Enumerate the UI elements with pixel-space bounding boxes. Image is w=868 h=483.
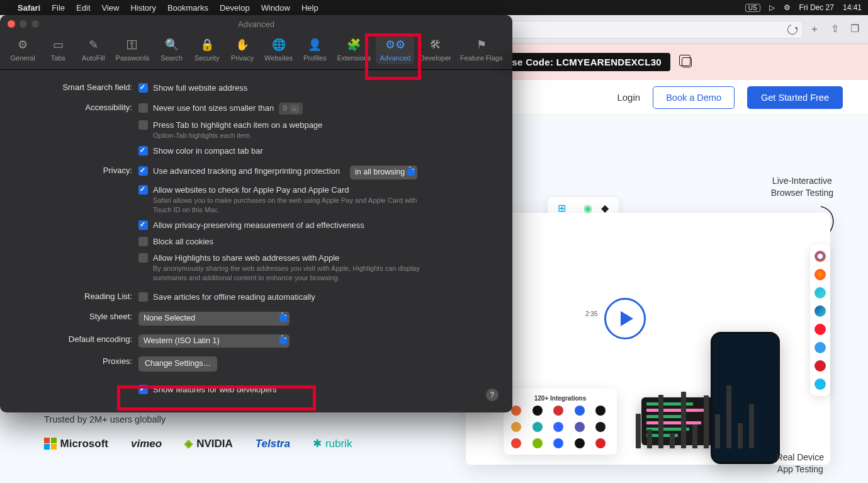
promo-code-pill: Use Code: LCMYEARENDEXCL30 xyxy=(496,53,670,71)
tabs-icon: ▭ xyxy=(53,38,64,52)
gears-icon: ⚙⚙ xyxy=(385,38,405,52)
person-icon: 👤 xyxy=(308,38,322,52)
menu-help[interactable]: Help xyxy=(302,3,318,13)
lock-icon: 🔒 xyxy=(200,38,214,52)
prefs-title: Advanced xyxy=(238,20,274,29)
change-settings-button[interactable]: Change Settings… xyxy=(138,356,217,372)
tab-websites[interactable]: 🌐Websites xyxy=(261,35,296,64)
opt-highlights-share: Allow Highlights to share web addresses … xyxy=(153,253,424,264)
checkbox-web-dev[interactable] xyxy=(138,385,148,394)
key-icon: ⚿ xyxy=(127,38,138,52)
firefox-icon xyxy=(814,269,826,280)
checkbox-offline-reading[interactable] xyxy=(138,292,148,302)
label-smart-search: Smart Search field: xyxy=(21,82,138,94)
logo-rubrik: ✱rubrik xyxy=(313,437,352,450)
select-tracking-scope[interactable]: in all browsing xyxy=(350,166,417,179)
input-source-indicator[interactable]: US xyxy=(745,4,760,12)
menu-file[interactable]: File xyxy=(52,3,65,13)
tab-autofill[interactable]: ✎AutoFill xyxy=(76,35,110,64)
battery-icon[interactable]: ▷ xyxy=(769,3,775,12)
prefs-body: Smart Search field: Show full website ad… xyxy=(0,70,512,412)
opt-compact-color: Show color in compact tab bar xyxy=(153,145,263,157)
menubar-time[interactable]: 14:41 xyxy=(843,3,862,12)
flag-icon: ⚑ xyxy=(476,38,487,52)
menu-develop[interactable]: Develop xyxy=(220,3,250,13)
menu-history[interactable]: History xyxy=(130,3,155,13)
control-center-icon[interactable]: ⚙ xyxy=(784,3,791,12)
mac-menubar: Safari File Edit View History Bookmarks … xyxy=(0,0,868,15)
tab-general[interactable]: ⚙General xyxy=(6,35,40,64)
sub-tab-highlight: Option-Tab highlights each item. xyxy=(153,131,322,140)
checkbox-compact-color[interactable] xyxy=(138,146,148,156)
menu-edit[interactable]: Edit xyxy=(76,3,90,13)
menu-bookmarks[interactable]: Bookmarks xyxy=(167,3,208,13)
tab-privacy[interactable]: ✋Privacy xyxy=(225,35,259,64)
opt-ad-measure: Allow privacy-preserving measurement of … xyxy=(153,220,364,231)
checkbox-apple-pay[interactable] xyxy=(138,185,148,195)
safari-icon xyxy=(814,287,826,298)
play-button[interactable] xyxy=(604,298,646,339)
tabs-overview-icon[interactable]: ❐ xyxy=(850,23,859,36)
browser-icon xyxy=(814,342,826,353)
sub-apple-pay: Safari allows you to make purchases on t… xyxy=(153,196,424,215)
reload-icon[interactable] xyxy=(786,23,799,37)
checkbox-ad-measure[interactable] xyxy=(138,220,148,230)
globe-icon: 🌐 xyxy=(272,38,286,52)
tab-advanced[interactable]: ⚙⚙Advanced xyxy=(376,35,414,64)
logo-vimeo: vimeo xyxy=(131,438,162,450)
label-stylesheet: Style sheet: xyxy=(21,312,138,326)
menubar-date[interactable]: Fri Dec 27 xyxy=(799,3,834,12)
font-size-stepper[interactable]: 9⌄ xyxy=(279,103,303,115)
help-button[interactable]: ? xyxy=(486,389,499,401)
opt-block-cookies: Block all cookies xyxy=(153,236,213,247)
copy-icon[interactable] xyxy=(682,57,692,67)
tab-extensions[interactable]: 🧩Extensions xyxy=(333,35,375,64)
label-accessibility: Accessibility: xyxy=(21,103,138,157)
share-icon[interactable]: ⇧ xyxy=(831,23,839,36)
tab-feature-flags[interactable]: ⚑Feature Flags xyxy=(456,35,507,64)
browser-icon-strip xyxy=(810,244,830,396)
checkbox-full-address[interactable] xyxy=(138,83,148,93)
video-time: 2:35 xyxy=(585,310,597,317)
login-link[interactable]: Login xyxy=(617,92,640,103)
checkbox-tab-highlight[interactable] xyxy=(138,120,148,130)
trusted-section: Trusted by 2M+ users globally Microsoft … xyxy=(44,414,352,450)
checkbox-highlights-share[interactable] xyxy=(138,253,148,263)
tab-tabs[interactable]: ▭Tabs xyxy=(41,35,75,64)
menu-view[interactable]: View xyxy=(102,3,120,13)
zoom-icon[interactable] xyxy=(31,20,39,28)
checkbox-min-font[interactable] xyxy=(138,103,148,113)
label-encoding: Default encoding: xyxy=(21,334,138,348)
label-privacy: Privacy: xyxy=(21,166,138,283)
opera-icon xyxy=(814,324,826,335)
tab-search[interactable]: 🔍Search xyxy=(155,35,189,64)
hero-label-app-testing: Real Device App Testing xyxy=(777,452,824,475)
select-stylesheet[interactable]: None Selected xyxy=(138,312,290,326)
opt-min-font: Never use font sizes smaller than xyxy=(153,103,274,114)
safari-preferences-window: Advanced ⚙General ▭Tabs ✎AutoFill ⚿Passw… xyxy=(0,15,512,412)
app-name[interactable]: Safari xyxy=(18,3,40,13)
get-started-button[interactable]: Get Started Free xyxy=(747,86,843,109)
tab-developer[interactable]: 🛠Developer xyxy=(416,35,455,64)
tab-passwords[interactable]: ⚿Passwords xyxy=(112,35,154,64)
play-icon xyxy=(621,311,633,326)
chrome-icon xyxy=(814,251,826,262)
close-icon[interactable] xyxy=(8,20,15,28)
book-demo-button[interactable]: Book a Demo xyxy=(653,86,735,109)
checkbox-adv-tracking[interactable] xyxy=(138,166,148,176)
logo-nvidia: ◈NVIDIA xyxy=(184,437,233,450)
hero-label-browser-testing: Live-Interactive Browser Testing xyxy=(771,175,833,199)
opt-tab-highlight: Press Tab to highlight each item on a we… xyxy=(153,120,322,131)
pencil-icon: ✎ xyxy=(89,38,98,52)
minimize-icon[interactable] xyxy=(20,20,27,28)
menu-window[interactable]: Window xyxy=(261,3,290,13)
window-traffic-lights[interactable] xyxy=(8,20,39,28)
tab-security[interactable]: 🔒Security xyxy=(190,35,224,64)
checkbox-block-cookies[interactable] xyxy=(138,237,148,246)
integrations-card: 120+ Integrations xyxy=(504,389,617,455)
label-proxies: Proxies: xyxy=(21,356,138,372)
new-tab-button[interactable]: ＋ xyxy=(809,23,820,36)
select-encoding[interactable]: Western (ISO Latin 1) xyxy=(138,334,290,348)
puzzle-icon: 🧩 xyxy=(347,38,361,52)
tab-profiles[interactable]: 👤Profiles xyxy=(298,35,332,64)
